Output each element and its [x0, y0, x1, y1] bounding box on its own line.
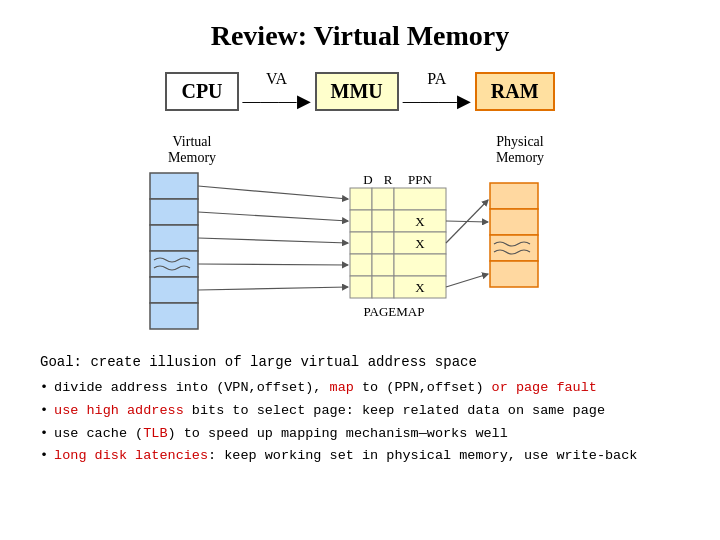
svg-rect-33 [490, 209, 538, 235]
svg-rect-32 [490, 183, 538, 209]
svg-line-39 [198, 264, 348, 265]
svg-rect-15 [394, 188, 446, 210]
ram-box: RAM [475, 72, 555, 111]
svg-rect-4 [150, 173, 198, 199]
diagram-svg: Virtual Memory Physical Memory D R P [130, 128, 590, 338]
svg-text:Virtual: Virtual [173, 134, 212, 149]
svg-rect-27 [350, 276, 372, 298]
svg-rect-14 [372, 188, 394, 210]
svg-text:Memory: Memory [496, 150, 544, 165]
diagram-area: Virtual Memory Physical Memory D R P [30, 128, 690, 338]
bullet-3: • use cache (TLB) to speed up mapping me… [40, 424, 680, 445]
svg-text:X: X [415, 280, 425, 295]
svg-rect-8 [150, 277, 198, 303]
svg-rect-7 [150, 251, 198, 277]
va-arrow: VA ———▶ [243, 70, 311, 112]
svg-line-40 [198, 287, 348, 290]
svg-rect-16 [350, 210, 372, 232]
bullet-2: • use high address bits to select page: … [40, 401, 680, 422]
svg-text:D: D [363, 172, 372, 187]
svg-rect-35 [490, 261, 538, 287]
svg-text:R: R [384, 172, 393, 187]
svg-rect-25 [372, 254, 394, 276]
svg-text:Physical: Physical [496, 134, 544, 149]
bullet-1: • divide address into (VPN,offset), map … [40, 378, 680, 399]
svg-text:X: X [415, 214, 425, 229]
svg-text:PAGEMAP: PAGEMAP [364, 304, 425, 319]
svg-line-43 [446, 274, 488, 287]
svg-rect-6 [150, 225, 198, 251]
page-title: Review: Virtual Memory [30, 20, 690, 52]
pa-arrow: PA ———▶ [403, 70, 471, 112]
goal-line: Goal: create illusion of large virtual a… [40, 352, 680, 374]
svg-rect-9 [150, 303, 198, 329]
bullet-4: • long disk latencies: keep working set … [40, 446, 680, 467]
svg-rect-21 [372, 232, 394, 254]
pipeline-row: CPU VA ———▶ MMU PA ———▶ RAM [30, 70, 690, 112]
cpu-box: CPU [165, 72, 238, 111]
svg-rect-34 [490, 235, 538, 261]
svg-line-36 [198, 186, 348, 199]
svg-rect-13 [350, 188, 372, 210]
svg-rect-5 [150, 199, 198, 225]
bottom-text: Goal: create illusion of large virtual a… [30, 352, 690, 467]
svg-text:PPN: PPN [408, 172, 432, 187]
svg-line-37 [198, 212, 348, 221]
mmu-box: MMU [315, 72, 399, 111]
svg-rect-17 [372, 210, 394, 232]
svg-text:Memory: Memory [168, 150, 216, 165]
svg-rect-26 [394, 254, 446, 276]
page: Review: Virtual Memory CPU VA ———▶ MMU P… [0, 0, 720, 540]
svg-text:X: X [415, 236, 425, 251]
svg-line-38 [198, 238, 348, 243]
svg-rect-20 [350, 232, 372, 254]
svg-rect-24 [350, 254, 372, 276]
svg-rect-28 [372, 276, 394, 298]
